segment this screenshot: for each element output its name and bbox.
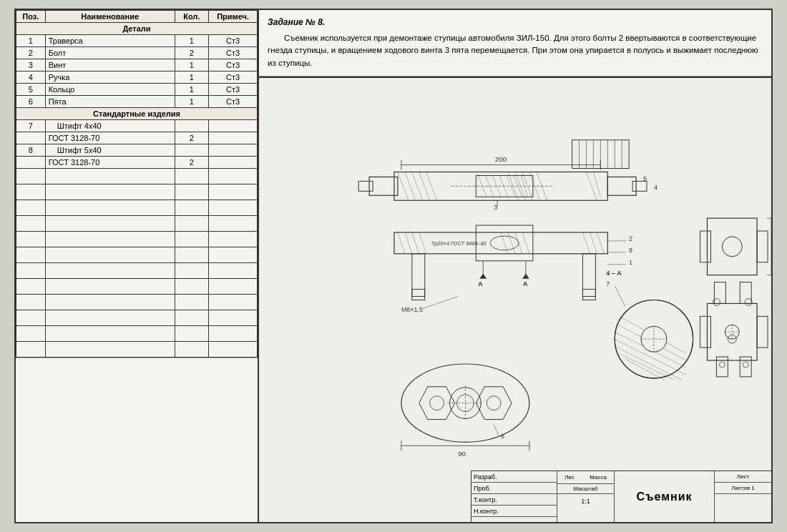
- empty-cell: [175, 326, 208, 342]
- col-lit: Лит.: [564, 474, 575, 481]
- empty-cell: [209, 326, 258, 342]
- note-cell: Ст3: [209, 59, 258, 72]
- empty-cell: [175, 184, 208, 200]
- empty-cell: [175, 232, 208, 247]
- svg-text:A: A: [478, 280, 483, 287]
- name-cell: Болт: [45, 47, 175, 59]
- empty-row: [16, 295, 258, 310]
- pos-cell: 3: [16, 59, 46, 72]
- table-row: 8Штифт 5х40: [16, 144, 258, 157]
- pos-cell: 6: [16, 96, 46, 108]
- sheet-label: Лист: [715, 471, 771, 483]
- page: Поз. Наименование Кол. Примеч. Детали1Тр…: [14, 9, 773, 523]
- empty-cell: [209, 279, 258, 295]
- sheets-label: Листов 1: [715, 483, 771, 494]
- drawing-title: Съемник: [615, 471, 714, 522]
- empty-cell: [175, 279, 208, 295]
- empty-cell: [45, 184, 175, 200]
- tcontrol-row: Т.контр.: [471, 494, 557, 506]
- empty-cell: [45, 342, 175, 358]
- empty-cell: [45, 216, 175, 232]
- table-row: 2Болт2Ст3: [16, 47, 258, 59]
- pos-cell: 7: [16, 120, 46, 132]
- name-cell: Пята: [45, 96, 175, 108]
- svg-text:5: 5: [643, 175, 647, 182]
- developed-row: Разраб.: [471, 471, 557, 483]
- qty-cell: 2: [175, 132, 208, 144]
- scale-value: 1:1: [581, 498, 590, 505]
- empty-cell: [45, 200, 175, 216]
- empty-cell: [45, 232, 175, 247]
- svg-text:6: 6: [501, 433, 504, 440]
- table-row: Стандартные изделия: [16, 108, 258, 120]
- note-cell: Ст3: [209, 72, 258, 84]
- right-panel: Задание № 8. Съемник используется при де…: [259, 10, 771, 522]
- svg-text:90: 90: [458, 450, 466, 458]
- ncontrol-row: Н.контр.: [471, 506, 557, 517]
- table-row: 6Пята1Ст3: [16, 96, 258, 108]
- empty-cell: [16, 216, 46, 232]
- col-header-note: Примеч.: [209, 11, 258, 23]
- empty-cell: [16, 342, 46, 358]
- empty-cell: [209, 295, 258, 310]
- pos-cell: 1: [16, 35, 46, 47]
- drawing-area: 200: [259, 77, 771, 522]
- empty-cell: [45, 279, 175, 295]
- empty-row: [16, 184, 258, 200]
- name-cell: ГОСТ 3128-70: [45, 132, 175, 144]
- table-row: 1Траверса1Ст3: [16, 35, 258, 47]
- name-cell: Траверса: [45, 35, 175, 47]
- task-body: Съемник используется при демонтаже ступи…: [268, 32, 763, 70]
- parts-table: Поз. Наименование Кол. Примеч. Детали1Тр…: [16, 10, 258, 358]
- pos-cell: 8: [16, 144, 46, 157]
- empty-cell: [209, 247, 258, 263]
- empty-cell: [16, 200, 46, 216]
- col-header-pos: Поз.: [16, 11, 46, 23]
- note-cell: Ст3: [209, 35, 258, 47]
- table-row: 5Кольцо1Ст3: [16, 84, 258, 96]
- svg-text:М8×1,5: М8×1,5: [401, 306, 423, 313]
- name-cell: Штифт 5х40: [45, 144, 175, 157]
- svg-text:A: A: [523, 280, 528, 287]
- table-row: ГОСТ 3128-702: [16, 157, 258, 169]
- empty-cell: [175, 263, 208, 279]
- note-cell: [209, 144, 258, 157]
- note-cell: [209, 157, 258, 169]
- empty-cell: [45, 326, 175, 342]
- name-cell: Винт: [45, 59, 175, 72]
- svg-text:8: 8: [629, 247, 632, 254]
- empty-row: [16, 216, 258, 232]
- empty-cell: [175, 310, 208, 326]
- empty-cell: [45, 295, 175, 310]
- empty-cell: [209, 310, 258, 326]
- empty-cell: [45, 310, 175, 326]
- empty-row: [16, 169, 258, 184]
- empty-cell: [209, 184, 258, 200]
- table-row: 4Ручка1Ст3: [16, 72, 258, 84]
- svg-text:4 – А: 4 – А: [606, 270, 622, 277]
- qty-cell: 1: [175, 72, 208, 84]
- svg-text:4: 4: [654, 184, 658, 191]
- pos-cell: 5: [16, 84, 46, 96]
- section-header-cell: Детали: [16, 23, 258, 35]
- svg-text:Тр20×4 ГОСТ 9484–81: Тр20×4 ГОСТ 9484–81: [431, 240, 487, 247]
- empty-row: [16, 232, 258, 247]
- empty-cell: [209, 232, 258, 247]
- svg-text:2: 2: [629, 235, 632, 242]
- empty-cell: [175, 342, 208, 358]
- empty-row: [16, 310, 258, 326]
- task-text: Задание № 8. Съемник используется при де…: [259, 10, 771, 77]
- name-cell: ГОСТ 3128-70: [45, 157, 175, 169]
- table-row: Детали: [16, 23, 258, 35]
- empty-cell: [175, 216, 208, 232]
- qty-cell: 1: [175, 59, 208, 72]
- note-cell: Ст3: [209, 84, 258, 96]
- empty-cell: [16, 279, 46, 295]
- checked-row: Проб.: [471, 483, 557, 494]
- table-row: 3Винт1Ст3: [16, 59, 258, 72]
- qty-cell: 1: [175, 96, 208, 108]
- pos-cell: 4: [16, 72, 46, 84]
- empty-row: [16, 263, 258, 279]
- svg-rect-0: [259, 126, 771, 474]
- note-cell: Ст3: [209, 96, 258, 108]
